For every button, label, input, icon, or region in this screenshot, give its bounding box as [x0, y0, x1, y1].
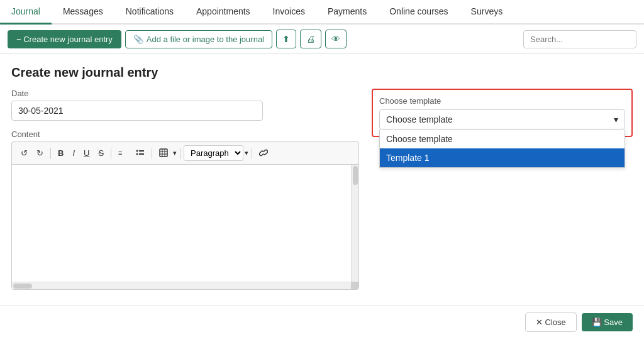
link-button[interactable] — [255, 146, 272, 161]
svg-text:≡: ≡ — [118, 149, 122, 157]
divider-3 — [152, 148, 152, 159]
table-arrow-icon: ▾ — [173, 149, 177, 157]
nav-item-notifications[interactable]: Notifications — [114, 0, 185, 25]
resize-handle[interactable] — [351, 282, 358, 289]
ordered-list-icon: ≡ — [118, 148, 127, 157]
form-right: Choose template Choose template ▾ Choose… — [372, 89, 633, 137]
paragraph-select[interactable]: Paragraph — [184, 145, 243, 161]
editor-toolbar: ↺ ↻ B I U S ≡ — [11, 141, 359, 164]
underline-button[interactable]: U — [80, 146, 93, 160]
strikethrough-button[interactable]: S — [94, 146, 108, 160]
svg-rect-5 — [160, 149, 167, 157]
save-button[interactable]: 💾 Save — [582, 313, 633, 331]
svg-point-1 — [136, 150, 138, 152]
nav-item-surveys[interactable]: Surveys — [460, 0, 514, 25]
nav-item-messages[interactable]: Messages — [52, 0, 114, 25]
main-content: Create new journal entry Date Content ↺ … — [0, 54, 644, 337]
print-icon: 🖨 — [306, 34, 315, 44]
content-section: Content ↺ ↻ B I U S ≡ — [11, 130, 359, 290]
unordered-list-icon — [136, 148, 145, 157]
date-label: Date — [11, 89, 359, 98]
template-dropdown: Choose template Template 1 — [379, 130, 625, 168]
date-input[interactable] — [11, 101, 263, 121]
nav-item-payments[interactable]: Payments — [316, 0, 378, 25]
vertical-scrollbar-thumb — [353, 166, 358, 185]
paperclip-icon: 📎 — [133, 35, 143, 44]
template-select-value: Choose template — [386, 114, 453, 124]
eye-icon: 👁 — [331, 34, 340, 44]
template-select-button[interactable]: Choose template ▾ — [379, 109, 625, 130]
bottom-bar: ✕ Close 💾 Save — [0, 306, 644, 337]
toolbar: − Create new journal entry 📎 Add a file … — [0, 25, 644, 54]
content-label: Content — [11, 130, 359, 139]
vertical-scrollbar[interactable] — [351, 165, 358, 289]
page-title: Create new journal entry — [11, 65, 633, 80]
close-button[interactable]: ✕ Close — [525, 312, 577, 332]
horizontal-scrollbar-thumb — [13, 284, 32, 289]
form-area: Date Content ↺ ↻ B I U S ≡ — [11, 89, 633, 290]
svg-point-3 — [136, 153, 138, 155]
chevron-down-icon: ▾ — [614, 114, 618, 124]
upload-icon: ⬆ — [282, 34, 290, 44]
italic-button[interactable]: I — [69, 146, 79, 160]
table-button[interactable] — [155, 146, 172, 161]
table-icon — [159, 148, 168, 157]
eye-button[interactable]: 👁 — [325, 30, 347, 48]
link-icon — [259, 148, 268, 157]
search-input[interactable] — [523, 30, 636, 48]
nav-item-appointments[interactable]: Appointments — [185, 0, 262, 25]
paragraph-arrow-icon: ▾ — [245, 149, 248, 157]
top-nav: Journal Messages Notifications Appointme… — [0, 0, 644, 25]
template-label: Choose template — [379, 96, 625, 106]
undo-button[interactable]: ↺ — [17, 146, 31, 160]
nav-item-invoices[interactable]: Invoices — [262, 0, 316, 25]
divider-1 — [50, 148, 51, 159]
divider-4 — [180, 148, 180, 159]
template-select-wrapper: Choose template ▾ Choose template Templa… — [379, 109, 625, 130]
upload-button[interactable]: ⬆ — [276, 30, 296, 48]
nav-item-online-courses[interactable]: Online courses — [378, 0, 459, 25]
divider-2 — [111, 148, 111, 159]
redo-button[interactable]: ↻ — [33, 146, 47, 160]
unordered-list-button[interactable] — [132, 146, 148, 161]
svg-rect-2 — [139, 150, 144, 152]
dropdown-option-template1[interactable]: Template 1 — [380, 148, 625, 167]
add-file-button[interactable]: 📎 Add a file or image to the journal — [125, 30, 272, 48]
nav-item-journal[interactable]: Journal — [0, 0, 52, 25]
editor-area[interactable] — [11, 164, 359, 290]
form-left: Date Content ↺ ↻ B I U S ≡ — [11, 89, 359, 290]
create-journal-button[interactable]: − Create new journal entry — [8, 30, 121, 48]
print-button[interactable]: 🖨 — [300, 30, 321, 48]
svg-rect-4 — [139, 153, 144, 155]
bold-button[interactable]: B — [54, 146, 67, 160]
divider-5 — [252, 148, 252, 159]
dropdown-option-choose[interactable]: Choose template — [380, 130, 625, 148]
horizontal-scrollbar[interactable] — [12, 282, 351, 289]
template-box: Choose template Choose template ▾ Choose… — [372, 89, 633, 137]
ordered-list-button[interactable]: ≡ — [114, 146, 131, 161]
